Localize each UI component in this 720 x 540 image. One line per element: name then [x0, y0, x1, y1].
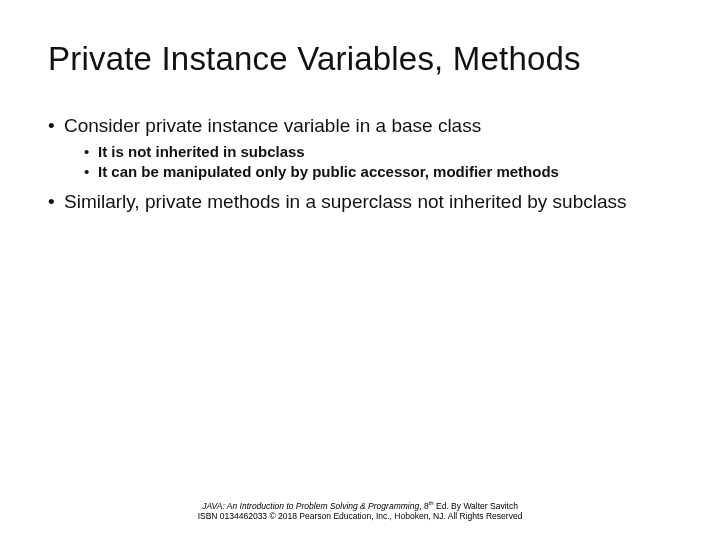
slide-footer: JAVA: An Introduction to Problem Solving… [0, 500, 720, 522]
bullet-1b: It can be manipulated only by public acc… [64, 162, 672, 182]
footer-line-2: ISBN 0134462033 © 2018 Pearson Education… [0, 511, 720, 522]
bullet-1-text: Consider private instance variable in a … [64, 115, 481, 136]
sub-bullet-list: It is not inherited in subclass It can b… [64, 142, 672, 182]
footer-edition-tail: Ed. By Walter Savitch [434, 501, 518, 511]
bullet-list: Consider private instance variable in a … [48, 114, 672, 214]
bullet-2: Similarly, private methods in a supercla… [48, 190, 672, 214]
bullet-1a: It is not inherited in subclass [64, 142, 672, 162]
bullet-1: Consider private instance variable in a … [48, 114, 672, 182]
slide-title: Private Instance Variables, Methods [48, 40, 672, 78]
footer-line-1: JAVA: An Introduction to Problem Solving… [0, 500, 720, 511]
slide: Private Instance Variables, Methods Cons… [0, 0, 720, 540]
slide-body: Consider private instance variable in a … [48, 114, 672, 214]
footer-book-title: JAVA: An Introduction to Problem Solving… [202, 501, 419, 511]
